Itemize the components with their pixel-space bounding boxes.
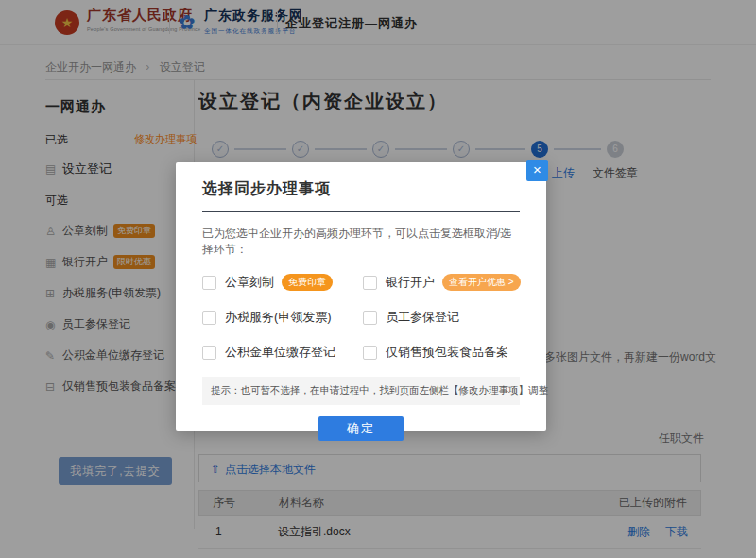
checkbox-seal-engraving[interactable] [202, 276, 216, 290]
option-prepackaged-food: 仅销售预包装食品备案 [363, 344, 520, 361]
modal-hint: 提示：也可暂不选择，在申请过程中，找到页面左侧栏【修改办理事项】调整 [202, 377, 520, 405]
checkbox-housing-fund[interactable] [202, 346, 216, 360]
checkbox-bank-account[interactable] [363, 276, 377, 290]
free-seal-badge: 免费印章 [282, 274, 333, 291]
option-employee-insurance: 员工参保登记 [363, 309, 520, 326]
option-tax-service: 办税服务(申领发票) [202, 309, 363, 326]
modal-title: 选择同步办理事项 [202, 162, 520, 199]
confirm-button[interactable]: 确定 [318, 416, 404, 441]
option-seal-engraving: 公章刻制 免费印章 [202, 274, 363, 291]
modal-title-rule [202, 211, 520, 212]
option-label[interactable]: 银行开户 [386, 274, 435, 291]
options-grid: 公章刻制 免费印章 银行开户 查看开户优惠 > 办税服务(申领发票) 员工参保登… [202, 271, 520, 364]
page: ★ 广东省人民政府 People's Government of Guangdo… [0, 0, 756, 558]
close-icon[interactable]: × [526, 160, 548, 181]
checkbox-prepackaged-food[interactable] [363, 346, 377, 360]
option-label[interactable]: 办税服务(申领发票) [225, 309, 332, 326]
option-bank-account: 银行开户 查看开户优惠 > [363, 274, 520, 291]
option-label[interactable]: 仅销售预包装食品备案 [386, 344, 508, 361]
checkbox-employee-insurance[interactable] [363, 311, 377, 325]
account-offer-badge[interactable]: 查看开户优惠 > [442, 274, 521, 291]
option-housing-fund: 公积金单位缴存登记 [202, 344, 363, 361]
option-label[interactable]: 员工参保登记 [386, 309, 459, 326]
option-label[interactable]: 公章刻制 [225, 274, 274, 291]
select-sync-items-modal: × 选择同步办理事项 已为您选中企业开办的高频办理环节，可以点击复选框取消/选择… [176, 162, 546, 431]
option-label[interactable]: 公积金单位缴存登记 [225, 344, 335, 361]
checkbox-tax-service[interactable] [202, 311, 216, 325]
modal-description: 已为您选中企业开办的高频办理环节，可以点击复选框取消/选择环节： [202, 226, 520, 258]
